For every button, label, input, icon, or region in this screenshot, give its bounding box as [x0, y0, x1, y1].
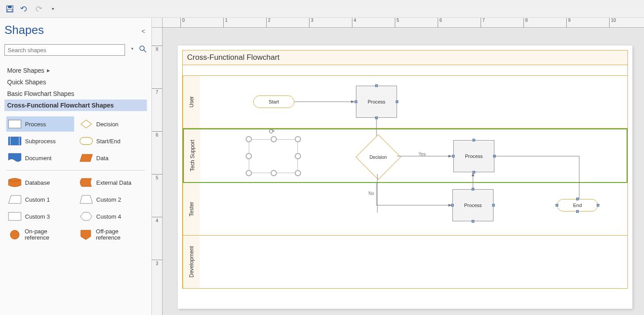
connector[interactable] — [375, 183, 455, 210]
stencil-quick-shapes[interactable]: Quick Shapes — [4, 76, 147, 88]
shape-label: Decision — [96, 121, 119, 128]
shape-label: Custom 1 — [25, 196, 50, 203]
drawing-area[interactable]: 0 1 2 3 4 5 6 7 8 9 10 11 8 7 6 5 4 3 Cr… — [152, 18, 644, 315]
shape-document[interactable]: Document — [6, 150, 74, 166]
swimlane-header[interactable]: Development — [183, 236, 200, 288]
swimlane-header[interactable]: Tech Support — [184, 129, 201, 182]
shape-divider — [6, 170, 145, 170]
undo-button[interactable] — [18, 3, 30, 15]
redo-button[interactable] — [32, 3, 45, 15]
custom4-icon — [79, 211, 93, 221]
flowchart-container[interactable]: Cross-Functional Flowchart User Start Pr… — [182, 50, 628, 289]
svg-rect-2 — [8, 9, 12, 12]
data-icon — [79, 153, 93, 163]
shape-custom-1[interactable]: Custom 1 — [6, 192, 74, 207]
svg-marker-12 — [8, 195, 21, 203]
vertical-ruler: 8 7 6 5 4 3 — [152, 28, 163, 315]
ruler-tick: 3 — [152, 260, 162, 266]
swimlane-user[interactable]: User Start Process — [183, 76, 627, 128]
shape-custom-4[interactable]: Custom 4 — [78, 209, 146, 224]
qat-customize-button[interactable]: ▾ — [46, 3, 59, 15]
swimlane-development[interactable]: Development — [183, 236, 627, 288]
shape-label: On-page reference — [25, 228, 72, 241]
shapes-panel: Shapes < ▾ More Shapes ▶ Quick Shapes Ba… — [0, 18, 152, 315]
shape-subprocess[interactable]: Subprocess — [6, 133, 74, 149]
process-icon — [8, 119, 21, 129]
shape-label: External Data — [96, 179, 132, 186]
stencil-more-shapes[interactable]: More Shapes ▶ — [4, 65, 147, 76]
shape-label: Custom 2 — [96, 196, 121, 203]
stencil-label: Cross-Functional Flowchart Shapes — [7, 102, 114, 109]
shape-external-data[interactable]: External Data — [78, 175, 146, 190]
svg-line-4 — [144, 50, 146, 52]
ruler-tick: 7 — [481, 18, 485, 27]
shapes-panel-title: Shapes — [4, 23, 147, 37]
swimlane-header[interactable]: Tester — [183, 183, 200, 235]
search-icon[interactable] — [139, 45, 147, 55]
node-label: Start — [268, 99, 279, 104]
shape-data[interactable]: Data — [78, 150, 146, 166]
shape-label: Custom 4 — [96, 213, 121, 220]
search-dropdown-icon[interactable]: ▾ — [131, 46, 134, 51]
flowchart-phase-bar[interactable] — [183, 65, 627, 76]
svg-marker-15 — [80, 212, 92, 220]
shape-decision[interactable]: Decision — [78, 116, 146, 132]
shape-database[interactable]: Database — [6, 175, 74, 190]
node-end[interactable]: End — [557, 199, 598, 211]
redo-icon — [34, 5, 42, 12]
shape-label: Start/End — [96, 138, 121, 145]
connector[interactable] — [294, 99, 356, 104]
node-process-1[interactable]: Process — [356, 86, 397, 118]
node-decision[interactable]: Decision — [355, 134, 401, 180]
svg-rect-10 — [80, 137, 92, 145]
collapse-shapes-button[interactable]: < — [142, 28, 145, 35]
node-label: Process — [465, 153, 483, 159]
shape-placeholder[interactable]: ⟳ — [249, 139, 298, 173]
ruler-tick: 6 — [438, 18, 442, 27]
node-label: Process — [464, 203, 482, 208]
stencil-basic-flowchart[interactable]: Basic Flowchart Shapes — [4, 88, 147, 99]
off-page-ref-icon — [79, 230, 92, 240]
stencil-cross-functional[interactable]: Cross-Functional Flowchart Shapes — [4, 99, 147, 111]
ruler-tick: 8 — [152, 46, 162, 52]
node-label: End — [573, 203, 582, 208]
swimlane-tech-support[interactable]: Tech Support ⟳ Decision — [183, 128, 627, 183]
node-process-3[interactable]: Process — [452, 189, 493, 221]
ruler-tick: 8 — [523, 18, 528, 27]
ruler-tick: 5 — [152, 174, 162, 180]
save-button[interactable] — [4, 3, 16, 15]
search-shapes-input[interactable] — [4, 44, 125, 56]
swimlane-tester[interactable]: Tester No Process End — [183, 183, 627, 236]
shape-label: Process — [25, 121, 46, 128]
rotate-handle-icon[interactable]: ⟳ — [269, 127, 275, 136]
svg-rect-14 — [8, 212, 21, 220]
node-process-2[interactable]: Process — [453, 140, 494, 172]
shape-off-page-ref[interactable]: Off-page reference — [78, 226, 146, 244]
shape-label: Custom 3 — [25, 213, 50, 220]
svg-marker-13 — [80, 195, 92, 203]
node-start[interactable]: Start — [253, 95, 294, 108]
ruler-corner — [152, 18, 163, 28]
shape-start-end[interactable]: Start/End — [78, 133, 146, 149]
svg-marker-17 — [81, 230, 91, 240]
custom1-icon — [8, 195, 21, 204]
external-data-icon — [79, 178, 93, 187]
shape-label: Data — [96, 155, 109, 162]
drawing-page[interactable]: Cross-Functional Flowchart User Start Pr… — [178, 46, 632, 309]
shape-label: Off-page reference — [96, 228, 143, 241]
shape-label: Subprocess — [25, 138, 56, 145]
shape-on-page-ref[interactable]: On-page reference — [6, 226, 74, 244]
shape-label: Document — [25, 155, 51, 162]
svg-marker-11 — [80, 154, 92, 162]
stencil-label: More Shapes — [7, 67, 44, 74]
swimlane-header[interactable]: User — [183, 76, 200, 128]
connector-label-yes: Yes — [418, 152, 426, 157]
shape-custom-2[interactable]: Custom 2 — [78, 192, 146, 207]
document-icon — [8, 153, 21, 163]
shape-custom-3[interactable]: Custom 3 — [6, 209, 74, 224]
shape-process[interactable]: Process — [6, 116, 74, 132]
connector[interactable] — [471, 171, 477, 189]
svg-rect-1 — [8, 6, 12, 8]
ruler-tick: 2 — [266, 18, 271, 27]
flowchart-title[interactable]: Cross-Functional Flowchart — [183, 50, 627, 65]
